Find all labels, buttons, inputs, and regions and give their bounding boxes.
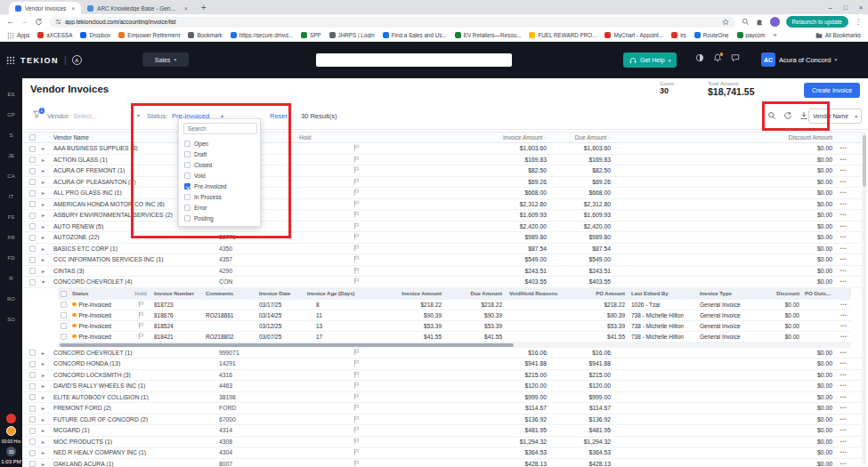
dropdown-search-input[interactable]: [183, 123, 257, 134]
option-checkbox[interactable]: [184, 141, 191, 147]
row-checkbox[interactable]: [29, 361, 36, 367]
row-menu-icon[interactable]: •••: [832, 246, 855, 251]
row-menu-icon[interactable]: •••: [832, 224, 855, 229]
row-menu-icon[interactable]: •••: [832, 269, 855, 273]
chevron-right-icon[interactable]: ▸: [42, 427, 53, 433]
extensions-puzzle-icon[interactable]: [756, 18, 764, 26]
sub-col-discount[interactable]: Discount: [758, 291, 799, 296]
row-checkbox[interactable]: [29, 268, 36, 274]
row-checkbox[interactable]: [29, 439, 36, 445]
invoice-number[interactable]: 818723: [154, 302, 206, 308]
reset-filters-link[interactable]: Reset: [270, 112, 288, 120]
option-checkbox[interactable]: [184, 205, 191, 211]
row-checkbox[interactable]: [29, 394, 36, 400]
bookmark-item[interactable]: https://secure.dmvd...: [231, 32, 293, 38]
minimize-icon[interactable]: –: [829, 4, 832, 11]
row-checkbox[interactable]: [29, 190, 36, 197]
row-menu-icon[interactable]: •••: [832, 146, 855, 150]
address-bar[interactable]: app.tekioncloud.com/accounting/invoice/l…: [49, 17, 735, 28]
table-row[interactable]: ▸ ALL PRO GLASS INC (1) $668.00 $668.00 …: [22, 188, 863, 199]
row-checkbox[interactable]: [29, 257, 36, 263]
chevron-right-icon[interactable]: ▸: [42, 382, 53, 389]
row-checkbox[interactable]: [29, 383, 36, 390]
bookmark-item[interactable]: Empower Retirement: [118, 32, 180, 38]
invoice-number[interactable]: 818676: [154, 312, 206, 318]
sub-col-void-hold[interactable]: Void/Hold Reasons: [502, 291, 559, 296]
bookmark-item[interactable]: MyChart - Appoint...: [604, 32, 663, 38]
chevron-right-icon[interactable]: ▸: [42, 145, 53, 151]
relaunch-update-button[interactable]: Relaunch to update: [786, 16, 848, 28]
table-row[interactable]: ▸ DAVID'S RALLY WHEELS INC (1) 4463 $120…: [22, 381, 863, 392]
module-select[interactable]: Sales ▾: [142, 52, 189, 67]
tab-close-icon[interactable]: ×: [184, 5, 188, 12]
browser-menu-icon[interactable]: ⋮: [855, 18, 862, 26]
bookmark-item[interactable]: SPP: [301, 32, 321, 38]
tab-close-icon[interactable]: ×: [71, 5, 75, 12]
table-row[interactable]: ▸ AAA BUSINESS SUPPLIES (3) $1,603.60 $1…: [22, 143, 863, 155]
sidebar-item[interactable]: R: [0, 268, 22, 288]
chevron-right-icon[interactable]: ▸: [42, 449, 53, 455]
bookmark-item[interactable]: FUEL REWARD PRO...: [529, 32, 596, 38]
sidebar-item[interactable]: CA: [0, 165, 22, 186]
sidebar-item[interactable]: ES: [0, 84, 22, 104]
sub-col-invoice-amount[interactable]: Invoice Amount: [366, 291, 442, 296]
invoice-checkbox[interactable]: [61, 334, 67, 340]
row-menu-icon[interactable]: •••: [832, 202, 855, 206]
sub-col-status[interactable]: Status: [72, 291, 127, 296]
row-menu-icon[interactable]: •••: [832, 462, 855, 466]
row-menu-icon[interactable]: •••: [832, 439, 855, 444]
row-checkbox[interactable]: [29, 246, 36, 252]
option-checkbox[interactable]: [184, 162, 191, 168]
table-row[interactable]: ▸ ACURA OF FREMONT (1) $82.50 $82.50 $0.…: [22, 165, 863, 177]
bookmark-item[interactable]: EV Retailers—Resou...: [455, 32, 522, 38]
chevron-right-icon[interactable]: ▸: [42, 461, 53, 467]
row-menu-icon[interactable]: •••: [832, 213, 855, 217]
sidebar-item[interactable]: JE: [0, 145, 22, 165]
chevron-right-icon[interactable]: ▸: [42, 223, 53, 229]
account-menu[interactable]: AC Acura of Concord ▾: [761, 52, 837, 67]
vertical-scrollbar[interactable]: [862, 132, 866, 465]
option-checkbox[interactable]: [184, 173, 191, 179]
table-row[interactable]: ▸ CCC INFORMATION SERVICES INC (1) 4357 …: [22, 254, 863, 266]
sidebar-item[interactable]: CP: [0, 104, 22, 125]
chevron-right-icon[interactable]: ▸: [42, 212, 53, 218]
chevron-right-icon[interactable]: ▸: [42, 189, 53, 196]
status-option[interactable]: Void: [179, 170, 260, 181]
sidebar-item[interactable]: FR: [0, 227, 22, 247]
row-menu-icon[interactable]: •••: [832, 450, 855, 455]
scrollbar-thumb[interactable]: [863, 135, 866, 187]
sort-by-select[interactable]: Vendor Name ▾: [808, 109, 862, 124]
table-row-expanded[interactable]: ▾ CONCORD CHEVROLET (4) CON $403.55 $403…: [22, 277, 863, 288]
table-row[interactable]: ▸ FUTURE CDJR OF CONCORD (2) 67000 $136.…: [22, 415, 863, 426]
row-menu-icon[interactable]: •••: [832, 428, 855, 432]
option-checkbox[interactable]: [184, 215, 191, 221]
invoice-row[interactable]: Pre-Invoiced 818524 03/12/25 13 $53.39 $…: [58, 321, 851, 332]
status-option[interactable]: Pre-Invoiced: [179, 181, 260, 191]
status-option[interactable]: Error: [179, 202, 260, 213]
chevron-right-icon[interactable]: ▸: [42, 256, 53, 262]
row-menu-icon[interactable]: •••: [832, 279, 855, 284]
row-menu-icon[interactable]: •••: [832, 417, 855, 422]
invoice-number[interactable]: 818524: [154, 323, 206, 329]
row-checkbox[interactable]: [29, 179, 36, 185]
bookmark-item[interactable]: JHRPS | Login: [329, 32, 375, 38]
row-menu-icon[interactable]: •••: [832, 350, 855, 355]
row-menu-icon[interactable]: •••: [832, 406, 855, 410]
sub-col-po-outstanding[interactable]: PO Outs...: [799, 291, 837, 296]
reload-icon[interactable]: [35, 18, 43, 26]
chevron-right-icon[interactable]: ▸: [42, 234, 53, 240]
bookmarks-overflow-icon[interactable]: »: [774, 32, 777, 38]
all-bookmarks-button[interactable]: All Bookmarks: [815, 32, 861, 39]
table-row[interactable]: ▸ AUTOZONE (22) 82771 $989.80 $989.80 $0…: [22, 232, 863, 244]
theme-contrast-icon[interactable]: [695, 53, 704, 62]
record-icon[interactable]: [6, 414, 16, 423]
notifications-bell-icon[interactable]: [713, 53, 722, 62]
row-menu-icon[interactable]: •••: [832, 190, 855, 195]
status-option[interactable]: In Process: [179, 191, 260, 202]
refresh-icon[interactable]: [783, 111, 792, 120]
row-checkbox[interactable]: [29, 416, 36, 423]
table-row[interactable]: ▸ CINTAS (3) 4290 $243.51 $243.51 $0.00 …: [22, 266, 863, 278]
row-menu-icon[interactable]: •••: [837, 313, 851, 318]
chevron-up-icon[interactable]: ▴: [221, 112, 223, 118]
row-checkbox[interactable]: [29, 350, 36, 356]
